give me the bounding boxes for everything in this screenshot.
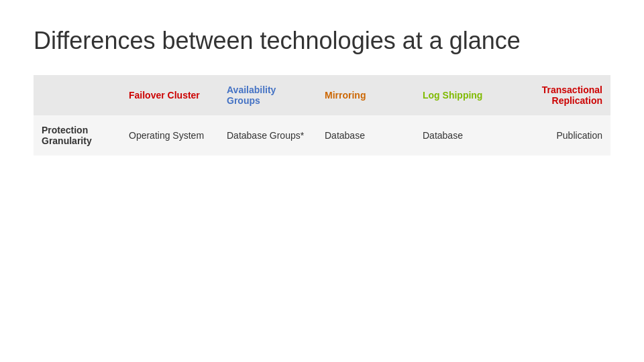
col-header-transactional: Transactional Replication — [513, 75, 610, 115]
cell-availability-protection: Database Groups* — [219, 115, 317, 156]
col-header-empty — [34, 75, 121, 115]
comparison-table: Failover Cluster Availability Groups Mir… — [34, 75, 610, 156]
table-row: Protection Granularity Operating System … — [34, 115, 610, 156]
cell-transactional-protection: Publication — [513, 115, 610, 156]
page-title: Differences between technologies at a gl… — [34, 27, 610, 55]
table-wrapper: Failover Cluster Availability Groups Mir… — [34, 75, 610, 156]
col-header-mirroring: Mirroring — [317, 75, 415, 115]
col-header-failover: Failover Cluster — [121, 75, 219, 115]
table-header-row: Failover Cluster Availability Groups Mir… — [34, 75, 610, 115]
cell-mirroring-protection: Database — [317, 115, 415, 156]
col-header-logshipping: Log Shipping — [415, 75, 513, 115]
row-label-protection: Protection Granularity — [34, 115, 121, 156]
col-header-availability: Availability Groups — [219, 75, 317, 115]
cell-logshipping-protection: Database — [415, 115, 513, 156]
slide: Differences between technologies at a gl… — [0, 0, 644, 362]
cell-failover-protection: Operating System — [121, 115, 219, 156]
